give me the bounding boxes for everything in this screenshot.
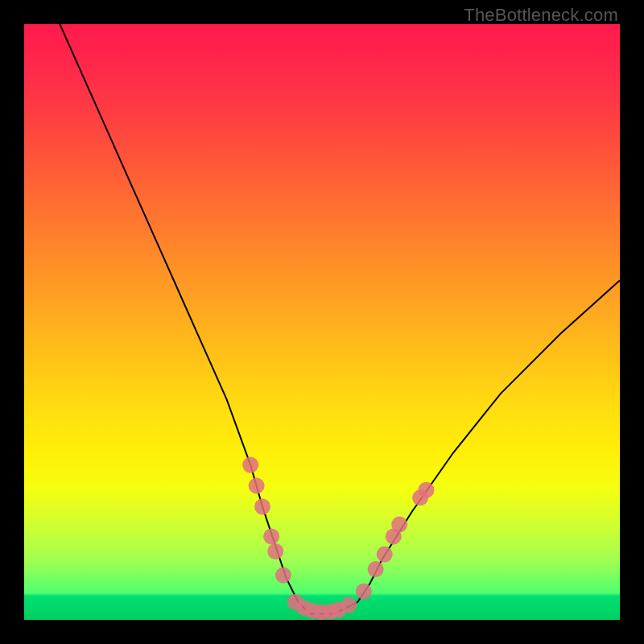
data-marker [275,568,291,584]
data-marker [267,543,283,559]
chart-container: TheBottleneck.com [0,0,644,644]
data-marker [391,517,407,533]
data-marker [249,478,265,494]
left-curve [60,24,310,614]
data-marker [419,482,435,498]
data-marker [377,547,393,563]
right-curve [310,280,620,613]
data-marker [356,583,372,599]
markers-group [242,457,434,620]
plot-area [24,24,620,620]
data-marker [368,561,384,577]
data-marker [263,528,279,544]
chart-svg [24,24,620,620]
data-marker [242,457,258,473]
data-marker [341,597,357,613]
data-marker [254,498,270,514]
watermark-text: TheBottleneck.com [464,5,618,26]
